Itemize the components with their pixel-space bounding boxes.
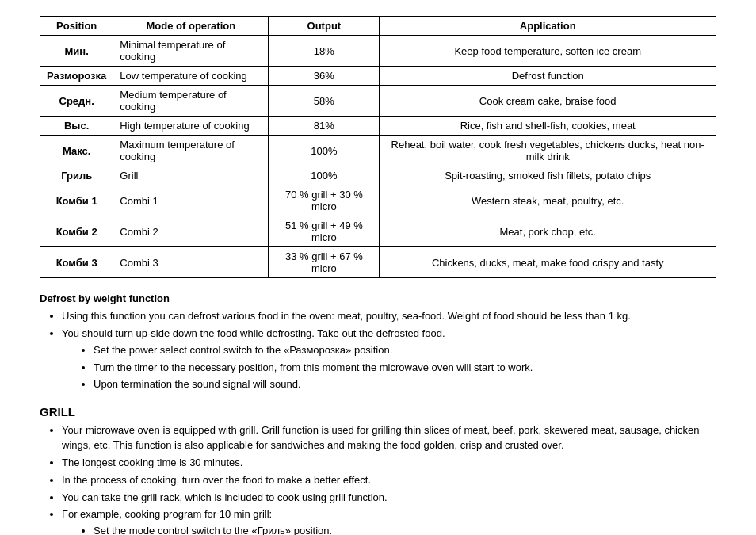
cell-application: Reheat, boil water, cook fresh vegetable… xyxy=(380,136,716,166)
defrost-sub-list: Set the power select control switch to t… xyxy=(62,343,716,393)
main-table-container: Position Mode of operation Output Applic… xyxy=(40,16,716,278)
cell-application: Rice, fish and shell-fish, cookies, meat xyxy=(380,117,716,136)
grill-bullet-2: The longest cooking time is 30 minutes. xyxy=(62,456,716,471)
operation-table: Position Mode of operation Output Applic… xyxy=(40,16,716,278)
defrost-main-list: Using this function you can defrost vari… xyxy=(40,309,716,392)
table-row: Макс.Maximum temperature of cooking100%R… xyxy=(40,136,716,166)
cell-position: Средн. xyxy=(40,86,113,117)
grill-sub-list: Set the mode control switch to the «Грил… xyxy=(62,524,716,535)
table-row: Комби 2Combi 251 % grill + 49 % microMea… xyxy=(40,216,716,247)
grill-bullet-4: You can take the grill rack, which is in… xyxy=(62,491,716,506)
table-row: Мин.Minimal temperature of cooking18%Kee… xyxy=(40,36,716,67)
grill-main-list: Your microwave oven is equipped with gri… xyxy=(40,423,716,535)
cell-position: Комби 1 xyxy=(40,185,113,216)
table-row: РазморозкаLow temperature of cooking36%D… xyxy=(40,67,716,86)
grill-section-title: GRILL xyxy=(40,405,716,418)
defrost-section-title: Defrost by weight function xyxy=(40,292,716,304)
table-row: Средн.Medium temperature of cooking58%Co… xyxy=(40,86,716,117)
cell-mode: High temperature of cooking xyxy=(113,117,269,136)
grill-bullet-5: For example, cooking program for 10 min … xyxy=(62,507,716,535)
cell-position: Разморозка xyxy=(40,67,113,86)
cell-application: Keep food temperature, soften ice cream xyxy=(380,36,716,67)
table-row: Комби 3Combi 333 % grill + 67 % microChi… xyxy=(40,247,716,278)
col-header-output: Output xyxy=(269,17,380,36)
cell-mode: Combi 3 xyxy=(113,247,269,278)
cell-output: 81% xyxy=(269,117,380,136)
grill-bullet-1: Your microwave oven is equipped with gri… xyxy=(62,423,716,453)
col-header-mode: Mode of operation xyxy=(113,17,269,36)
table-row: Комби 1Combi 170 % grill + 30 % microWes… xyxy=(40,185,716,216)
cell-output: 100% xyxy=(269,166,380,185)
cell-application: Western steak, meat, poultry, etc. xyxy=(380,185,716,216)
table-row: ГрильGrill100%Spit-roasting, smoked fish… xyxy=(40,166,716,185)
cell-mode: Grill xyxy=(113,166,269,185)
grill-sub-bullet-1: Set the mode control switch to the «Грил… xyxy=(94,524,716,535)
defrost-sub-bullet-2: Turn the timer to the necessary position… xyxy=(94,361,716,376)
cell-output: 18% xyxy=(269,36,380,67)
cell-position: Макс. xyxy=(40,136,113,166)
cell-position: Комби 2 xyxy=(40,216,113,247)
defrost-bullet-2: You should turn up-side down the food wh… xyxy=(62,327,716,392)
cell-mode: Medium temperature of cooking xyxy=(113,86,269,117)
cell-application: Spit-roasting, smoked fish fillets, pota… xyxy=(380,166,716,185)
cell-application: Defrost function xyxy=(380,67,716,86)
col-header-application: Application xyxy=(380,17,716,36)
defrost-sub-bullet-1: Set the power select control switch to t… xyxy=(94,343,716,358)
cell-application: Cook cream cake, braise food xyxy=(380,86,716,117)
cell-output: 36% xyxy=(269,67,380,86)
cell-mode: Combi 2 xyxy=(113,216,269,247)
cell-mode: Maximum temperature of cooking xyxy=(113,136,269,166)
cell-position: Мин. xyxy=(40,36,113,67)
defrost-sub-bullet-3: Upon termination the sound signal will s… xyxy=(94,377,716,392)
cell-position: Гриль xyxy=(40,166,113,185)
cell-output: 51 % grill + 49 % micro xyxy=(269,216,380,247)
cell-application: Chickens, ducks, meat, make food crispy … xyxy=(380,247,716,278)
cell-output: 33 % grill + 67 % micro xyxy=(269,247,380,278)
grill-bullet-3: In the process of cooking, turn over the… xyxy=(62,473,716,488)
cell-output: 70 % grill + 30 % micro xyxy=(269,185,380,216)
cell-application: Meat, pork chop, etc. xyxy=(380,216,716,247)
cell-mode: Combi 1 xyxy=(113,185,269,216)
cell-mode: Low temperature of cooking xyxy=(113,67,269,86)
cell-output: 58% xyxy=(269,86,380,117)
cell-mode: Minimal temperature of cooking xyxy=(113,36,269,67)
cell-position: Комби 3 xyxy=(40,247,113,278)
cell-output: 100% xyxy=(269,136,380,166)
col-header-position: Position xyxy=(40,17,113,36)
cell-position: Выс. xyxy=(40,117,113,136)
defrost-bullet-1: Using this function you can defrost vari… xyxy=(62,309,716,324)
table-row: Выс.High temperature of cooking81%Rice, … xyxy=(40,117,716,136)
